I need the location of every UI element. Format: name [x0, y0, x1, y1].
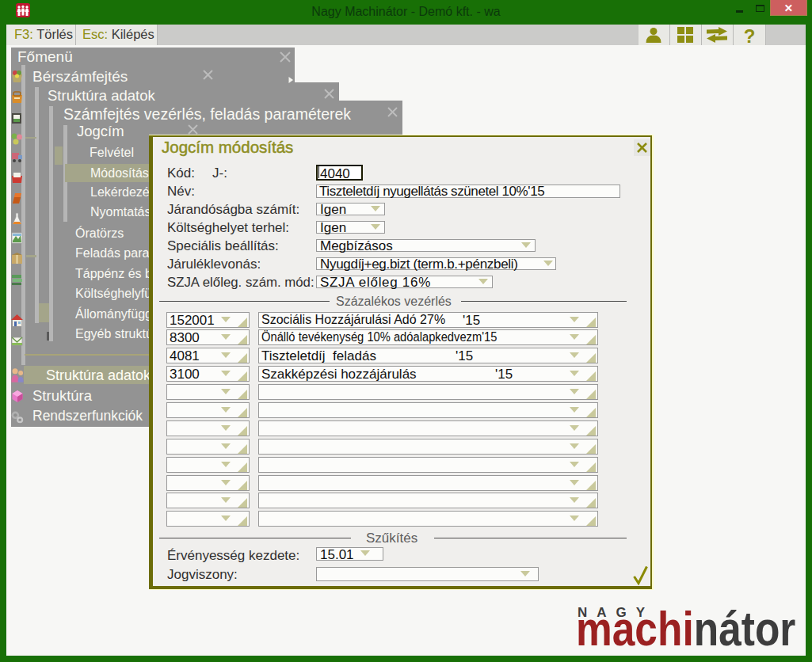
- svg-text:machinátor: machinátor: [576, 600, 795, 653]
